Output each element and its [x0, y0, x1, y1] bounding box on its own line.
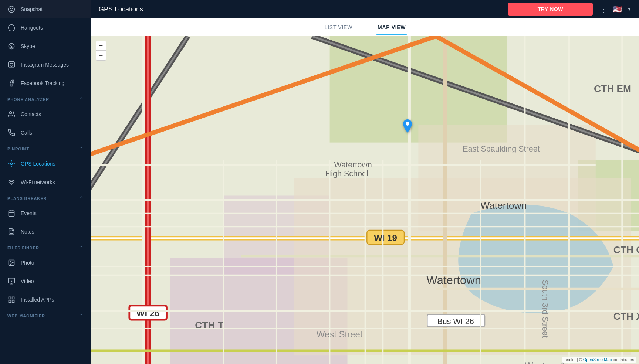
sidebar-item-photo[interactable]: Photo	[0, 254, 91, 272]
skype-label: Skype	[21, 43, 35, 49]
snapchat-label: Snapchat	[21, 6, 43, 12]
sidebar-item-events[interactable]: Events	[0, 204, 91, 222]
map-attribution: Leaflet | © OpenStreetMap contributors	[562, 357, 636, 363]
chevron-web-magnifier: ⌃	[80, 313, 84, 319]
zoom-controls: + −	[96, 41, 106, 61]
installed-apps-label: Installed APPs	[21, 297, 54, 303]
events-icon	[7, 209, 16, 217]
instagram-label: Instagram Messages	[21, 62, 69, 68]
svg-text:Watertown: Watertown	[334, 160, 372, 169]
gps-label: GPS Locations	[21, 161, 55, 167]
svg-point-6	[9, 112, 12, 114]
section-web-magnifier[interactable]: WEB MAGNIFIER ⌃	[0, 309, 91, 322]
svg-text:Watertown: Watertown	[426, 274, 481, 287]
skype-icon	[7, 42, 16, 50]
svg-text:CTH CW: CTH CW	[613, 244, 639, 255]
sidebar-item-notes[interactable]: Notes	[0, 222, 91, 241]
map-container[interactable]: + −	[91, 36, 639, 364]
sidebar-item-snapchat[interactable]: Snapchat	[0, 0, 91, 18]
hangouts-label: Hangouts	[21, 25, 43, 31]
language-chevron[interactable]: ▼	[627, 7, 632, 12]
svg-point-7	[11, 163, 13, 165]
tab-map-view[interactable]: MAP VIEW	[376, 19, 407, 35]
calls-label: Calls	[21, 130, 32, 136]
sidebar-item-gps[interactable]: GPS Locations	[0, 154, 91, 173]
openstreetmap-link[interactable]: OpenStreetMap	[583, 357, 612, 362]
svg-rect-9	[9, 211, 14, 216]
svg-rect-23	[9, 300, 11, 303]
svg-text:High School: High School	[325, 169, 368, 178]
svg-text:West Street: West Street	[317, 329, 363, 339]
svg-rect-3	[9, 62, 15, 68]
tabs-bar: LIST VIEW MAP VIEW	[91, 18, 639, 36]
svg-point-5	[13, 63, 14, 64]
svg-text:Watertown: Watertown	[480, 200, 527, 211]
leaflet-text: Leaflet	[564, 357, 576, 362]
section-plans-breaker[interactable]: PLANS BREAKER ⌃	[0, 191, 91, 204]
svg-rect-17	[9, 278, 15, 283]
contacts-icon	[7, 110, 16, 118]
facebook-icon	[7, 79, 16, 87]
svg-point-1	[12, 8, 13, 9]
zoom-in-button[interactable]: +	[96, 41, 106, 51]
svg-rect-24	[12, 300, 14, 303]
svg-point-8	[11, 184, 12, 185]
chevron-pinpoint: ⌃	[80, 146, 84, 152]
svg-point-16	[10, 261, 11, 262]
topbar-right: ⋮ 🇺🇸 ▼	[600, 5, 632, 14]
sidebar-item-instagram[interactable]: Instagram Messages	[0, 55, 91, 74]
svg-point-93	[406, 122, 409, 126]
snapchat-icon	[7, 5, 16, 13]
sidebar-item-video[interactable]: Video	[0, 272, 91, 290]
sidebar-item-facebook[interactable]: Facebook Tracking	[0, 74, 91, 92]
hangouts-icon	[7, 24, 16, 32]
contacts-label: Contacts	[21, 111, 41, 117]
apps-icon	[7, 296, 16, 304]
gps-icon	[7, 160, 16, 168]
svg-text:WI 26: WI 26	[136, 308, 160, 318]
sidebar: Snapchat Hangouts Skype Instagram Messag…	[0, 0, 91, 364]
svg-point-4	[10, 63, 13, 66]
video-label: Video	[21, 278, 34, 284]
sidebar-item-contacts[interactable]: Contacts	[0, 105, 91, 123]
svg-text:East Spaulding Street: East Spaulding Street	[463, 144, 540, 153]
instagram-icon	[7, 61, 16, 69]
notes-icon	[7, 228, 16, 236]
chevron-phone-analyzer: ⌃	[80, 97, 84, 102]
more-options-icon[interactable]: ⋮	[600, 5, 608, 14]
main-content: GPS Locations TRY NOW ⋮ 🇺🇸 ▼ LIST VIEW M…	[91, 0, 639, 364]
svg-text:CTH X: CTH X	[613, 311, 639, 322]
sidebar-item-wifi[interactable]: Wi-Fi networks	[0, 173, 91, 191]
map-pin	[403, 119, 412, 134]
sidebar-item-skype[interactable]: Skype	[0, 37, 91, 55]
sidebar-item-installed-apps[interactable]: Installed APPs	[0, 290, 91, 309]
zoom-out-button[interactable]: −	[96, 51, 106, 60]
page-title: GPS Locations	[99, 6, 508, 13]
map-svg: WI 19 WI 26	[91, 36, 639, 364]
chevron-files-finder: ⌃	[80, 245, 84, 251]
photo-label: Photo	[21, 260, 34, 266]
section-files-finder[interactable]: FILES FINDER ⌃	[0, 241, 91, 254]
svg-text:South 3rd Street: South 3rd Street	[541, 280, 550, 338]
calls-icon	[7, 129, 16, 137]
map-background: + −	[91, 36, 639, 364]
svg-rect-22	[12, 297, 14, 299]
wifi-label: Wi-Fi networks	[21, 179, 55, 185]
language-flag[interactable]: 🇺🇸	[613, 5, 622, 14]
svg-rect-21	[9, 297, 11, 299]
section-phone-analyzer[interactable]: PHONE ANALYZER ⌃	[0, 92, 91, 105]
sidebar-item-hangouts[interactable]: Hangouts	[0, 18, 91, 37]
facebook-label: Facebook Tracking	[21, 80, 64, 86]
svg-text:CTH EM: CTH EM	[594, 83, 631, 94]
svg-marker-18	[11, 280, 12, 282]
video-icon	[7, 277, 16, 285]
notes-label: Notes	[21, 229, 34, 235]
chevron-plans-breaker: ⌃	[80, 196, 84, 201]
events-label: Events	[21, 210, 37, 216]
tab-list-view[interactable]: LIST VIEW	[323, 19, 354, 35]
section-pinpoint[interactable]: PINPOINT ⌃	[0, 142, 91, 154]
svg-text:WI 19: WI 19	[374, 233, 397, 243]
sidebar-item-calls[interactable]: Calls	[0, 123, 91, 142]
try-now-button[interactable]: TRY NOW	[508, 3, 593, 16]
contributors-text: contributors	[613, 357, 634, 362]
